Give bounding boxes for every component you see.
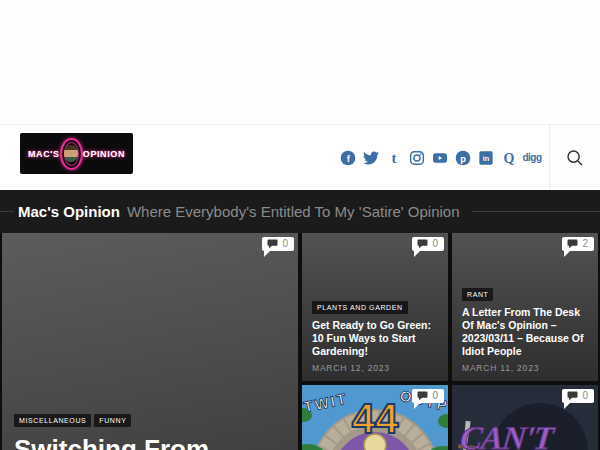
- title-bar-left-rule: [0, 211, 14, 212]
- page: MAC'S OPINION f t p in: [0, 0, 600, 450]
- comment-badge[interactable]: 0: [412, 237, 444, 251]
- site-header: MAC'S OPINION f t p in: [0, 125, 600, 190]
- comment-bubble-icon: [567, 391, 578, 401]
- post-card-twit-outpost[interactable]: TWIT OUTPO 44 0: [302, 385, 448, 450]
- svg-text:in: in: [483, 154, 490, 163]
- linkedin-icon[interactable]: in: [478, 150, 494, 166]
- category-tag-miscellaneous[interactable]: MISCELLANEOUS: [14, 414, 91, 427]
- ad-space: [0, 0, 600, 125]
- search-button[interactable]: [549, 125, 600, 190]
- comment-bubble-icon: [417, 391, 428, 401]
- digg-icon[interactable]: digg: [524, 150, 540, 166]
- post-card-letter[interactable]: 2 RANT A Letter From The Desk Of Mac's O…: [452, 233, 598, 381]
- social-icon-bar: f t p in Q digg: [340, 125, 540, 190]
- logo-face-icon: [64, 145, 78, 162]
- post-meta: MISCELLANEOUS FUNNY Switching From Chrom…: [14, 414, 286, 450]
- post-title[interactable]: Get Ready to Go Green: 10 Fun Ways to St…: [312, 319, 440, 358]
- pinterest-icon[interactable]: p: [455, 150, 471, 166]
- comment-count: 0: [432, 391, 438, 401]
- post-card-featured[interactable]: 0 MISCELLANEOUS FUNNY Switching From Chr…: [2, 233, 298, 450]
- svg-text:p: p: [460, 153, 466, 163]
- number-44-text: 44: [352, 395, 399, 442]
- svg-text:Q: Q: [504, 151, 515, 166]
- comment-badge[interactable]: 0: [562, 389, 594, 403]
- post-title[interactable]: A Letter From The Desk Of Mac's Opinion …: [462, 306, 590, 358]
- facebook-icon[interactable]: f: [340, 150, 356, 166]
- category-tag-rant[interactable]: RANT: [462, 288, 493, 301]
- site-name[interactable]: Mac's Opinion: [18, 203, 120, 220]
- instagram-icon[interactable]: [409, 150, 425, 166]
- category-tags: MISCELLANEOUS FUNNY: [14, 414, 286, 427]
- title-bar-right-rule: [472, 211, 600, 212]
- comment-bubble-icon: [567, 239, 578, 249]
- post-meta: PLANTS AND GARDEN Get Ready to Go Green:…: [312, 301, 440, 373]
- site-title-bar: Mac's Opinion Where Everybody's Entitled…: [0, 190, 600, 233]
- comment-bubble-icon: [267, 239, 278, 249]
- post-meta: RANT A Letter From The Desk Of Mac's Opi…: [462, 288, 590, 373]
- logo-word-opinion: OPINION: [83, 149, 125, 159]
- category-tag-funny[interactable]: FUNNY: [94, 414, 131, 427]
- post-card-cant[interactable]: CAN'T 0: [452, 385, 598, 450]
- comment-count: 0: [282, 239, 288, 249]
- comment-badge[interactable]: 2: [562, 237, 594, 251]
- post-card-gardening[interactable]: 0 PLANTS AND GARDEN Get Ready to Go Gree…: [302, 233, 448, 381]
- logo-word-macs: MAC'S: [28, 149, 60, 159]
- logo-avatar: [60, 138, 83, 170]
- site-tagline: Where Everybody's Entitled To My 'Satire…: [127, 203, 460, 220]
- site-logo[interactable]: MAC'S OPINION: [20, 133, 133, 174]
- post-date: MARCH 12, 2023: [312, 363, 440, 373]
- tumblr-icon[interactable]: t: [386, 150, 402, 166]
- post-date: MARCH 11, 2023: [462, 363, 590, 373]
- svg-text:t: t: [392, 150, 397, 166]
- quora-icon[interactable]: Q: [501, 150, 517, 166]
- comment-count: 2: [582, 239, 588, 249]
- comment-bubble-icon: [417, 239, 428, 249]
- youtube-icon[interactable]: [432, 150, 448, 166]
- right-column: 2 RANT A Letter From The Desk Of Mac's O…: [452, 233, 598, 450]
- comment-count: 0: [432, 239, 438, 249]
- comment-count: 0: [582, 391, 588, 401]
- search-icon: [566, 149, 584, 167]
- twitter-icon[interactable]: [363, 150, 379, 166]
- post-title[interactable]: Switching From Chrome: [14, 434, 286, 450]
- comment-badge[interactable]: 0: [412, 389, 444, 403]
- digg-logo-text: digg: [522, 152, 541, 163]
- cant-text: CAN'T: [459, 420, 558, 450]
- category-tag-plants-and-garden[interactable]: PLANTS AND GARDEN: [312, 301, 408, 314]
- middle-column: 0 PLANTS AND GARDEN Get Ready to Go Gree…: [302, 233, 448, 450]
- comment-badge[interactable]: 0: [262, 237, 294, 251]
- featured-posts-grid: 0 MISCELLANEOUS FUNNY Switching From Chr…: [0, 233, 600, 450]
